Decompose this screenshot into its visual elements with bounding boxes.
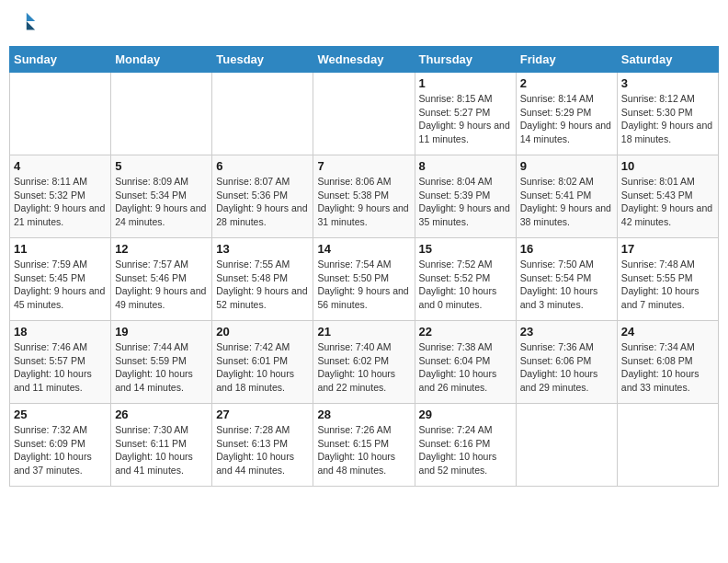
day-cell: 21Sunrise: 7:40 AM Sunset: 6:02 PM Dayli…	[313, 321, 415, 404]
day-info: Sunrise: 8:11 AM Sunset: 5:32 PM Dayligh…	[14, 175, 107, 229]
day-number: 4	[14, 159, 107, 173]
day-info: Sunrise: 8:02 AM Sunset: 5:41 PM Dayligh…	[520, 175, 613, 229]
day-cell	[516, 404, 617, 487]
header-row: SundayMondayTuesdayWednesdayThursdayFrid…	[10, 47, 719, 73]
day-info: Sunrise: 7:26 AM Sunset: 6:15 PM Dayligh…	[317, 423, 410, 477]
day-number: 7	[317, 159, 410, 173]
day-cell: 1Sunrise: 8:15 AM Sunset: 5:27 PM Daylig…	[415, 73, 516, 155]
day-cell	[111, 73, 212, 155]
day-info: Sunrise: 7:55 AM Sunset: 5:48 PM Dayligh…	[216, 258, 309, 312]
calendar-table: SundayMondayTuesdayWednesdayThursdayFrid…	[9, 46, 719, 487]
day-number: 26	[115, 408, 208, 421]
day-info: Sunrise: 7:28 AM Sunset: 6:13 PM Dayligh…	[216, 423, 309, 477]
col-header-sunday: Sunday	[10, 47, 111, 73]
day-number: 21	[317, 325, 410, 339]
day-number: 19	[115, 325, 208, 339]
day-info: Sunrise: 7:38 AM Sunset: 6:04 PM Dayligh…	[419, 340, 512, 395]
day-number: 17	[621, 242, 714, 256]
day-cell: 12Sunrise: 7:57 AM Sunset: 5:46 PM Dayli…	[111, 238, 212, 321]
day-info: Sunrise: 7:36 AM Sunset: 6:06 PM Dayligh…	[520, 340, 613, 395]
col-header-monday: Monday	[111, 47, 212, 73]
day-info: Sunrise: 7:48 AM Sunset: 5:55 PM Dayligh…	[621, 258, 714, 312]
day-info: Sunrise: 8:06 AM Sunset: 5:38 PM Dayligh…	[317, 175, 410, 229]
day-cell: 28Sunrise: 7:26 AM Sunset: 6:15 PM Dayli…	[313, 404, 415, 487]
day-cell: 24Sunrise: 7:34 AM Sunset: 6:08 PM Dayli…	[617, 321, 718, 404]
svg-marker-1	[27, 21, 35, 29]
svg-marker-0	[27, 13, 35, 21]
day-cell	[313, 73, 415, 155]
day-cell: 8Sunrise: 8:04 AM Sunset: 5:39 PM Daylig…	[415, 155, 516, 238]
day-info: Sunrise: 7:44 AM Sunset: 5:59 PM Dayligh…	[115, 340, 208, 395]
day-number: 24	[621, 325, 714, 339]
day-info: Sunrise: 7:34 AM Sunset: 6:08 PM Dayligh…	[621, 340, 714, 395]
week-row-4: 18Sunrise: 7:46 AM Sunset: 5:57 PM Dayli…	[10, 321, 719, 404]
day-info: Sunrise: 7:42 AM Sunset: 6:01 PM Dayligh…	[216, 340, 309, 395]
col-header-wednesday: Wednesday	[313, 47, 415, 73]
day-number: 3	[621, 76, 714, 90]
day-cell: 7Sunrise: 8:06 AM Sunset: 5:38 PM Daylig…	[313, 155, 415, 238]
day-info: Sunrise: 8:07 AM Sunset: 5:36 PM Dayligh…	[216, 175, 309, 229]
day-cell	[10, 73, 111, 155]
day-cell: 2Sunrise: 8:14 AM Sunset: 5:29 PM Daylig…	[516, 73, 617, 155]
day-number: 5	[115, 159, 208, 173]
col-header-tuesday: Tuesday	[212, 47, 313, 73]
day-number: 16	[520, 242, 613, 256]
day-cell: 10Sunrise: 8:01 AM Sunset: 5:43 PM Dayli…	[617, 155, 718, 238]
week-row-1: 1Sunrise: 8:15 AM Sunset: 5:27 PM Daylig…	[10, 73, 719, 155]
day-number: 9	[520, 159, 613, 173]
day-number: 29	[419, 408, 512, 421]
day-cell: 23Sunrise: 7:36 AM Sunset: 6:06 PM Dayli…	[516, 321, 617, 404]
day-cell: 17Sunrise: 7:48 AM Sunset: 5:55 PM Dayli…	[617, 238, 718, 321]
day-cell: 18Sunrise: 7:46 AM Sunset: 5:57 PM Dayli…	[10, 321, 111, 404]
day-info: Sunrise: 7:54 AM Sunset: 5:50 PM Dayligh…	[317, 258, 410, 312]
day-info: Sunrise: 8:12 AM Sunset: 5:30 PM Dayligh…	[621, 92, 714, 146]
day-info: Sunrise: 8:09 AM Sunset: 5:34 PM Dayligh…	[115, 175, 208, 229]
day-number: 20	[216, 325, 309, 339]
day-info: Sunrise: 8:01 AM Sunset: 5:43 PM Dayligh…	[621, 175, 714, 229]
col-header-thursday: Thursday	[415, 47, 516, 73]
day-cell: 15Sunrise: 7:52 AM Sunset: 5:52 PM Dayli…	[415, 238, 516, 321]
week-row-2: 4Sunrise: 8:11 AM Sunset: 5:32 PM Daylig…	[10, 155, 719, 238]
day-info: Sunrise: 7:59 AM Sunset: 5:45 PM Dayligh…	[14, 258, 107, 312]
day-info: Sunrise: 7:46 AM Sunset: 5:57 PM Dayligh…	[14, 340, 107, 395]
day-cell: 25Sunrise: 7:32 AM Sunset: 6:09 PM Dayli…	[10, 404, 111, 487]
day-cell: 20Sunrise: 7:42 AM Sunset: 6:01 PM Dayli…	[212, 321, 313, 404]
day-cell: 14Sunrise: 7:54 AM Sunset: 5:50 PM Dayli…	[313, 238, 415, 321]
day-info: Sunrise: 7:50 AM Sunset: 5:54 PM Dayligh…	[520, 258, 613, 312]
day-cell: 9Sunrise: 8:02 AM Sunset: 5:41 PM Daylig…	[516, 155, 617, 238]
day-info: Sunrise: 7:32 AM Sunset: 6:09 PM Dayligh…	[14, 423, 107, 477]
day-info: Sunrise: 7:57 AM Sunset: 5:46 PM Dayligh…	[115, 258, 208, 312]
day-cell: 4Sunrise: 8:11 AM Sunset: 5:32 PM Daylig…	[10, 155, 111, 238]
logo	[9, 9, 37, 39]
day-number: 1	[419, 76, 512, 90]
day-number: 6	[216, 159, 309, 173]
day-cell: 11Sunrise: 7:59 AM Sunset: 5:45 PM Dayli…	[10, 238, 111, 321]
day-cell: 29Sunrise: 7:24 AM Sunset: 6:16 PM Dayli…	[415, 404, 516, 487]
col-header-saturday: Saturday	[617, 47, 718, 73]
day-cell: 16Sunrise: 7:50 AM Sunset: 5:54 PM Dayli…	[516, 238, 617, 321]
day-cell: 5Sunrise: 8:09 AM Sunset: 5:34 PM Daylig…	[111, 155, 212, 238]
day-cell: 26Sunrise: 7:30 AM Sunset: 6:11 PM Dayli…	[111, 404, 212, 487]
day-info: Sunrise: 7:52 AM Sunset: 5:52 PM Dayligh…	[419, 258, 512, 312]
day-number: 11	[14, 242, 107, 256]
week-row-5: 25Sunrise: 7:32 AM Sunset: 6:09 PM Dayli…	[10, 404, 719, 487]
day-number: 15	[419, 242, 512, 256]
day-number: 22	[419, 325, 512, 339]
day-cell: 27Sunrise: 7:28 AM Sunset: 6:13 PM Dayli…	[212, 404, 313, 487]
day-number: 10	[621, 159, 714, 173]
col-header-friday: Friday	[516, 47, 617, 73]
day-info: Sunrise: 7:24 AM Sunset: 6:16 PM Dayligh…	[419, 423, 512, 477]
logo-icon	[11, 9, 37, 35]
day-info: Sunrise: 7:30 AM Sunset: 6:11 PM Dayligh…	[115, 423, 208, 477]
day-number: 14	[317, 242, 410, 256]
day-info: Sunrise: 7:40 AM Sunset: 6:02 PM Dayligh…	[317, 340, 410, 395]
day-cell	[617, 404, 718, 487]
day-cell: 22Sunrise: 7:38 AM Sunset: 6:04 PM Dayli…	[415, 321, 516, 404]
day-number: 23	[520, 325, 613, 339]
day-number: 2	[520, 76, 613, 90]
day-cell	[212, 73, 313, 155]
day-cell: 6Sunrise: 8:07 AM Sunset: 5:36 PM Daylig…	[212, 155, 313, 238]
day-info: Sunrise: 8:04 AM Sunset: 5:39 PM Dayligh…	[419, 175, 512, 229]
day-number: 18	[14, 325, 107, 339]
day-info: Sunrise: 8:14 AM Sunset: 5:29 PM Dayligh…	[520, 92, 613, 146]
